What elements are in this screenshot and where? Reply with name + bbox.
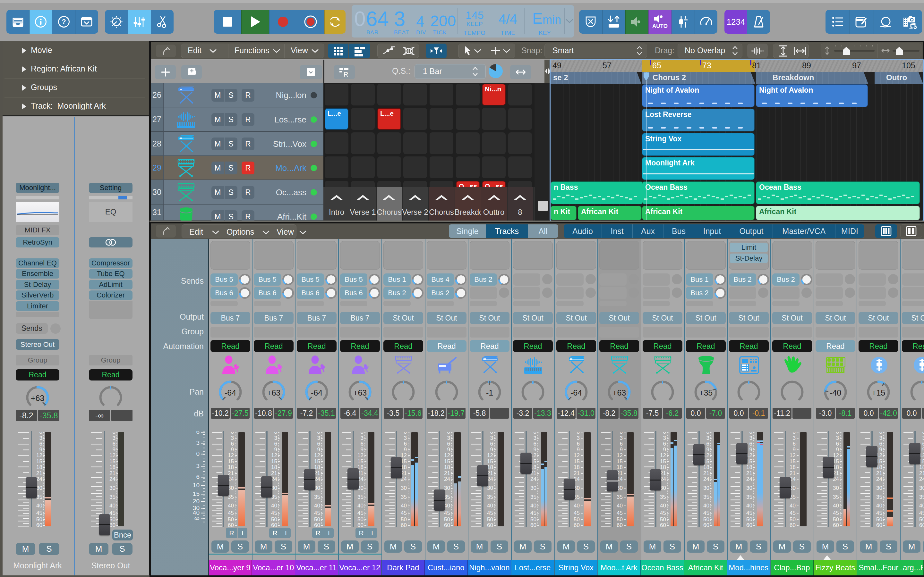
svg-text:6: 6 [360, 441, 363, 447]
svg-text:15: 15 [314, 458, 320, 464]
svg-text:15: 15 [193, 490, 200, 497]
svg-text:21: 21 [703, 470, 709, 476]
svg-text:40: 40 [487, 503, 493, 509]
svg-text:0: 0 [360, 432, 363, 435]
svg-text:30: 30 [36, 485, 42, 491]
svg-text:50: 50 [833, 516, 839, 522]
svg-text:40: 40 [271, 503, 277, 509]
svg-text:30: 30 [110, 485, 115, 491]
svg-text:0: 0 [317, 432, 320, 435]
svg-text:18: 18 [919, 464, 924, 470]
svg-text:40: 40 [617, 503, 623, 509]
svg-text:6: 6 [490, 441, 493, 447]
svg-text:35: 35 [919, 494, 924, 500]
svg-text:50: 50 [110, 516, 115, 522]
svg-text:35: 35 [357, 494, 363, 500]
svg-text:15: 15 [617, 458, 623, 464]
svg-text:45: 45 [314, 510, 320, 516]
svg-text:9: 9 [793, 446, 796, 453]
svg-text:12: 12 [271, 452, 277, 458]
svg-text:0: 0 [274, 432, 277, 435]
svg-text:3: 3 [360, 435, 363, 441]
svg-text:12: 12 [228, 452, 234, 458]
svg-text:15: 15 [444, 458, 450, 464]
svg-text:45: 45 [357, 510, 363, 516]
svg-text:30: 30 [530, 485, 536, 491]
svg-text:10: 10 [193, 482, 200, 488]
svg-text:3: 3 [533, 435, 536, 441]
svg-text:0: 0 [231, 432, 234, 435]
svg-text:20: 20 [193, 498, 200, 504]
svg-text:0: 0 [750, 432, 752, 435]
svg-text:60: 60 [314, 522, 320, 528]
svg-text:18: 18 [36, 464, 42, 470]
svg-text:6: 6 [113, 441, 115, 447]
svg-text:0: 0 [793, 432, 796, 435]
svg-text:12: 12 [36, 452, 42, 458]
svg-text:35: 35 [660, 494, 666, 500]
svg-text:6: 6 [317, 441, 320, 447]
svg-text:35: 35 [487, 494, 493, 500]
svg-text:9: 9 [39, 446, 42, 453]
svg-text:50: 50 [790, 516, 796, 522]
svg-text:40: 40 [110, 503, 115, 509]
svg-text:6: 6 [750, 441, 752, 447]
svg-text:50: 50 [401, 516, 407, 522]
svg-text:18: 18 [271, 464, 277, 470]
svg-text:40: 40 [314, 503, 320, 509]
svg-text:0: 0 [663, 432, 666, 435]
svg-text:18: 18 [660, 464, 666, 470]
svg-text:50: 50 [746, 516, 752, 522]
svg-text:21: 21 [573, 470, 580, 476]
svg-text:30: 30 [703, 485, 709, 491]
svg-text:50: 50 [357, 516, 363, 522]
svg-text:30: 30 [876, 485, 882, 491]
svg-text:30: 30 [919, 485, 924, 491]
svg-text:3: 3 [793, 435, 796, 441]
svg-text:3: 3 [113, 435, 115, 441]
svg-text:9: 9 [317, 446, 320, 453]
svg-text:24: 24 [746, 476, 752, 482]
svg-text:60: 60 [487, 522, 493, 528]
svg-text:60: 60 [660, 522, 666, 528]
svg-text:40: 40 [833, 503, 839, 509]
svg-text:60: 60 [617, 522, 623, 528]
svg-text:6: 6 [793, 441, 796, 447]
svg-text:3: 3 [836, 435, 838, 441]
svg-text:18: 18 [617, 464, 623, 470]
svg-text:18: 18 [746, 464, 752, 470]
svg-text:40: 40 [36, 503, 42, 509]
svg-text:6: 6 [39, 441, 42, 447]
svg-text:50: 50 [573, 516, 580, 522]
svg-text:40: 40 [401, 503, 407, 509]
svg-text:0: 0 [113, 432, 115, 435]
svg-text:21: 21 [790, 470, 796, 476]
svg-text:18: 18 [444, 464, 450, 470]
svg-text:40: 40 [746, 503, 752, 509]
svg-text:45: 45 [876, 510, 882, 516]
svg-text:6: 6 [620, 441, 623, 447]
svg-text:R: R [344, 71, 348, 77]
svg-text:12: 12 [444, 452, 450, 458]
svg-text:18: 18 [790, 464, 796, 470]
svg-text:60: 60 [703, 522, 709, 528]
svg-text:40: 40 [919, 503, 924, 509]
svg-text:9: 9 [663, 446, 666, 453]
svg-text:45: 45 [617, 510, 623, 516]
svg-text:0: 0 [196, 450, 200, 457]
svg-text:45: 45 [228, 510, 234, 516]
svg-text:45: 45 [703, 510, 709, 516]
svg-text:18: 18 [228, 464, 234, 470]
svg-text:12: 12 [487, 452, 493, 458]
svg-text:24: 24 [110, 476, 115, 482]
svg-text:21: 21 [271, 470, 277, 476]
svg-text:35: 35 [746, 494, 752, 500]
svg-text:9: 9 [879, 446, 882, 453]
svg-text:3: 3 [750, 435, 752, 441]
svg-text:3: 3 [577, 435, 580, 441]
svg-text:40: 40 [703, 503, 709, 509]
svg-text:18: 18 [110, 464, 115, 470]
svg-text:45: 45 [919, 510, 924, 516]
svg-text:6: 6 [577, 441, 580, 447]
svg-text:6: 6 [231, 441, 234, 447]
